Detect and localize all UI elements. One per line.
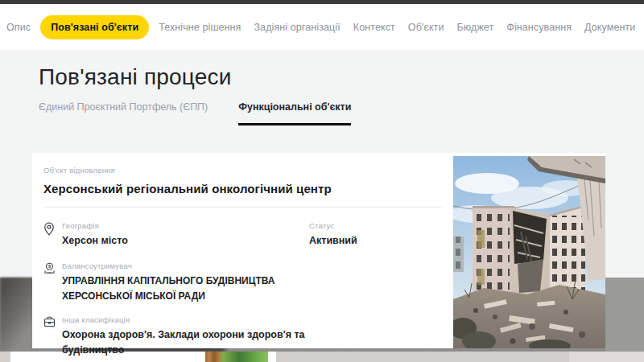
page-title: Пов'язані процеси bbox=[39, 64, 232, 90]
topnav-item-related-objects[interactable]: Пов'язані об'єкти bbox=[40, 15, 149, 39]
money-donation-icon: $ bbox=[43, 262, 56, 303]
screen: ОписПов'язані об'єктиТехнічне рішенняЗад… bbox=[0, 0, 644, 362]
topnav-item-objects[interactable]: Об'єкти bbox=[402, 15, 451, 39]
location-pin-icon bbox=[43, 222, 56, 249]
topnav-item-budget[interactable]: Бюджет bbox=[451, 15, 501, 39]
balance-holder-field: $ Балансоутримувач УПРАВЛІННЯ КАПІТАЛЬНО… bbox=[43, 261, 442, 303]
briefcase-icon bbox=[43, 316, 56, 359]
object-category-label: Об'єкт відновлення bbox=[43, 166, 442, 175]
tab-epp[interactable]: Єдиний Проєктний Портфель (ЄПП) bbox=[39, 101, 208, 125]
status-field: Статус Активний bbox=[309, 221, 357, 249]
geography-field: Географія Херсон місто bbox=[43, 221, 442, 249]
geography-value: Херсон місто bbox=[62, 233, 128, 249]
top-edge-bar bbox=[0, 0, 644, 4]
topnav-item-technical-solution[interactable]: Технічне рішення bbox=[152, 15, 247, 39]
balance-holder-value: УПРАВЛІННЯ КАПІТАЛЬНОГО БУДІВНИЦТВА ХЕРС… bbox=[62, 274, 312, 303]
topnav-item-involved-organizations[interactable]: Задіяні організації bbox=[247, 15, 346, 39]
card-divider bbox=[43, 207, 442, 208]
topnav-item-documents[interactable]: Документи bbox=[578, 15, 642, 39]
object-title: Херсонський регіональний онкологічний це… bbox=[43, 182, 442, 195]
classification-value: Охорона здоров'я. Заклади охорони здоров… bbox=[62, 327, 312, 359]
card-fields: Географія Херсон місто Статус Активний $ bbox=[43, 221, 442, 358]
geography-label: Географія bbox=[62, 221, 128, 230]
destroyed-building-photo bbox=[453, 156, 605, 348]
status-value: Активний bbox=[309, 233, 357, 249]
tab-functional-objects[interactable]: Функціональні об'єкти bbox=[238, 101, 351, 125]
tab-bar: Єдиний Проєктний Портфель (ЄПП) Функціон… bbox=[39, 101, 351, 125]
topnav-item-context[interactable]: Контекст bbox=[347, 15, 402, 39]
topnav-item-financing[interactable]: Фінансування bbox=[500, 15, 578, 39]
classification-field: Інша класифікація Охорона здоров'я. Закл… bbox=[43, 315, 442, 359]
functional-object-card[interactable]: Об'єкт відновлення Херсонський регіональ… bbox=[32, 153, 605, 348]
classification-label: Інша класифікація bbox=[62, 315, 312, 324]
status-label: Статус bbox=[309, 221, 357, 230]
next-section-right-area bbox=[569, 352, 644, 362]
background-photo-right-fragment bbox=[605, 278, 644, 352]
top-navigation: ОписПов'язані об'єктиТехнічне рішенняЗад… bbox=[0, 4, 644, 50]
card-details: Об'єкт відновлення Херсонський регіональ… bbox=[32, 153, 453, 348]
topnav-item-description[interactable]: Опис bbox=[0, 15, 37, 39]
balance-holder-label: Балансоутримувач bbox=[62, 261, 312, 270]
svg-text:$: $ bbox=[48, 265, 52, 269]
